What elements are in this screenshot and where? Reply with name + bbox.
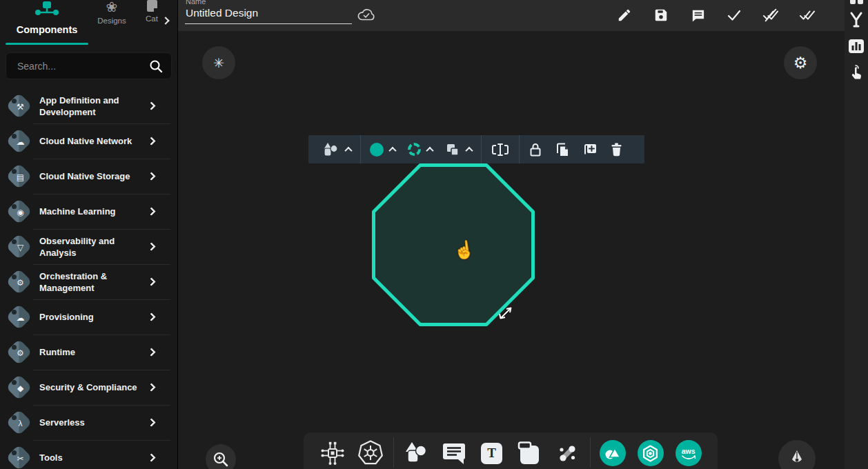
sidebar-item-provisioning[interactable]: ☁ Provisioning xyxy=(0,299,177,335)
shapes-icon xyxy=(322,141,339,158)
chevron-right-icon xyxy=(147,101,156,110)
bond-tool-button[interactable] xyxy=(551,437,584,469)
dashed-circle-icon xyxy=(408,143,421,156)
category-label: Provisioning xyxy=(39,311,148,323)
sidebar-item-orchestration[interactable]: ⚙ Orchestration & Management xyxy=(0,264,177,299)
double-check-slash-icon[interactable] xyxy=(762,3,779,28)
bond-icon xyxy=(555,441,580,466)
dock-divider xyxy=(590,437,591,468)
design-name-input[interactable] xyxy=(185,7,352,24)
text-tool-button[interactable]: T xyxy=(475,437,509,469)
comment-icon[interactable] xyxy=(689,3,706,28)
sidebar-item-tools[interactable]: ✂ Tools xyxy=(0,440,177,469)
chevron-right-icon xyxy=(147,207,156,216)
sidebar-item-runtime[interactable]: ⚙ Runtime xyxy=(0,335,177,370)
settings-button[interactable]: ⚙ xyxy=(784,46,817,79)
catalog-icon xyxy=(147,0,157,12)
add-to-layer-button[interactable] xyxy=(576,135,604,163)
shapes-tool-button[interactable] xyxy=(400,437,433,469)
merge-y-icon[interactable] xyxy=(848,11,865,32)
bar-chart-icon[interactable] xyxy=(848,39,865,57)
chip-tool-button[interactable] xyxy=(316,437,350,469)
octagon-shape[interactable] xyxy=(374,166,533,325)
search-input[interactable] xyxy=(6,52,172,79)
chevron-up-icon xyxy=(344,146,352,154)
chevron-up-icon xyxy=(465,146,473,154)
hexagon-logo-button[interactable] xyxy=(633,437,667,469)
aws-logo-text: aws xyxy=(682,448,696,455)
note-tool-button[interactable] xyxy=(513,437,546,469)
category-label: Security & Compliance xyxy=(39,381,148,393)
category-label: Serverless xyxy=(39,417,148,428)
category-label: Cloud Native Storage xyxy=(39,170,148,182)
border-style-button[interactable] xyxy=(402,135,439,163)
rename-button[interactable] xyxy=(484,135,516,163)
lock-button[interactable] xyxy=(522,135,549,163)
trash-icon xyxy=(610,142,623,157)
double-check-icon[interactable] xyxy=(799,3,816,28)
fill-color-button[interactable] xyxy=(364,135,402,163)
aws-logo-circle: aws xyxy=(675,440,702,466)
add-layer-icon xyxy=(582,142,598,157)
header-actions xyxy=(616,3,816,28)
comment-tool-button[interactable] xyxy=(437,437,471,469)
category-tag-icon: ☁ xyxy=(7,305,32,330)
sidebar-item-machine-learning[interactable]: ◉ Machine Learning xyxy=(0,194,177,229)
edit-icon[interactable] xyxy=(616,3,633,28)
category-tag-icon: ◆ xyxy=(7,375,32,400)
category-label: Cloud Native Network xyxy=(39,135,148,147)
chip-icon xyxy=(319,439,346,467)
kubernetes-icon xyxy=(357,439,384,467)
touch-gesture-icon[interactable] xyxy=(849,63,864,84)
design-canvas-app: Components ❀ Designs Cat ⚒ App D xyxy=(0,0,868,469)
tab-designs-label: Designs xyxy=(91,17,132,25)
sidebar-item-security[interactable]: ◆ Security & Compliance xyxy=(0,370,177,405)
aws-smile-icon xyxy=(680,455,697,461)
kubernetes-tool-button[interactable] xyxy=(354,437,388,469)
drawing-canvas[interactable]: ✳ ⚙ xyxy=(178,31,845,469)
toolbar-divider xyxy=(519,135,520,163)
category-tag-icon: ▤ xyxy=(7,164,32,189)
chevron-up-icon xyxy=(388,146,396,154)
sidebar-item-app-definition[interactable]: ⚒ App Definition and Development xyxy=(0,88,177,123)
wheel-button[interactable]: ✳ xyxy=(202,46,235,79)
tab-designs[interactable]: ❀ Designs xyxy=(91,0,132,25)
components-icon xyxy=(34,0,59,17)
category-tag-icon: ⚙ xyxy=(7,270,32,295)
sidebar-item-observability[interactable]: ▽ Observability and Analysis xyxy=(0,229,177,264)
octagon-node[interactable] xyxy=(372,163,535,326)
sidebar-tabs: Components ❀ Designs Cat xyxy=(0,0,177,43)
chevron-up-icon xyxy=(426,146,433,154)
zoom-in-button[interactable] xyxy=(206,444,236,469)
category-label: Orchestration & Management xyxy=(39,270,148,294)
search-icon[interactable] xyxy=(148,59,164,74)
hexagon-logo-icon xyxy=(641,444,660,463)
design-header: Name xyxy=(178,0,845,31)
category-tag-icon: ☁ xyxy=(7,129,32,154)
wheel-icon: ✳ xyxy=(213,55,224,71)
sidebar-item-serverless[interactable]: λ Serverless xyxy=(0,405,177,440)
arrange-button[interactable] xyxy=(439,135,478,163)
fill-color-swatch xyxy=(370,143,384,157)
chevron-right-icon xyxy=(147,348,156,357)
tab-components[interactable]: Components xyxy=(3,0,91,35)
gear-icon: ⚙ xyxy=(793,54,808,72)
clipped-panel-icon[interactable] xyxy=(850,0,863,4)
pen-tool-button[interactable] xyxy=(778,440,816,469)
aws-button[interactable]: aws xyxy=(671,437,705,469)
shape-picker-button[interactable] xyxy=(315,135,357,163)
tab-components-label: Components xyxy=(3,24,91,35)
check-icon[interactable] xyxy=(726,3,742,28)
duplicate-button[interactable] xyxy=(549,135,576,163)
delete-button[interactable] xyxy=(604,135,629,163)
toolbar-divider xyxy=(360,135,361,163)
bottom-tool-dock: T xyxy=(304,432,718,469)
dock-divider xyxy=(393,437,394,468)
category-tag-icon: λ xyxy=(7,410,32,435)
sidebar-item-cloud-native-network[interactable]: ☁ Cloud Native Network xyxy=(0,123,177,159)
sidebar-item-cloud-native-storage[interactable]: ▤ Cloud Native Storage xyxy=(0,159,177,194)
chevron-right-icon xyxy=(147,453,156,462)
save-icon[interactable] xyxy=(653,3,669,28)
category-label: Runtime xyxy=(39,346,148,358)
shapes-logo-button[interactable] xyxy=(596,437,630,469)
